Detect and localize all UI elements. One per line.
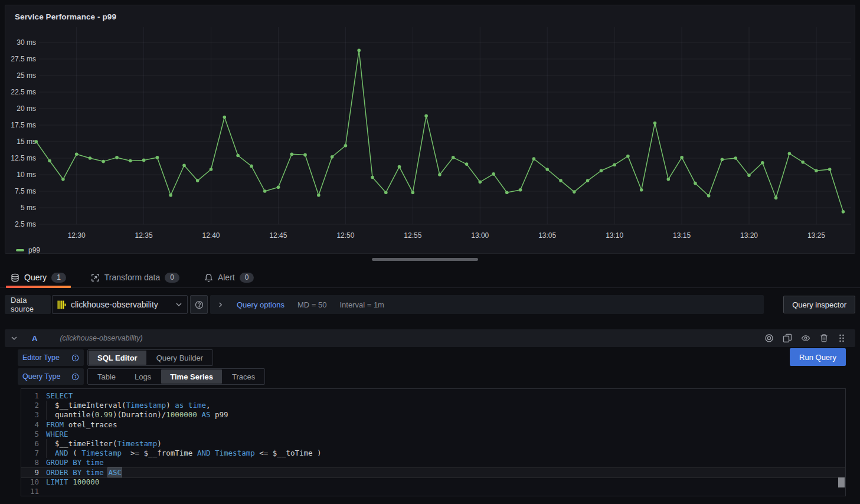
svg-text:13:05: 13:05: [538, 231, 556, 240]
code-line: 10LIMIT 100000: [21, 477, 845, 487]
code-line: 11: [21, 487, 845, 496]
query-options-md: MD = 50: [297, 300, 327, 309]
question-circle-icon: [195, 300, 204, 309]
overview-ruler-cursor: [838, 477, 845, 487]
tab-transform-data[interactable]: Transform data 0: [86, 267, 184, 287]
svg-text:10 ms: 10 ms: [17, 171, 36, 179]
donut-circle-icon[interactable]: [764, 333, 774, 343]
code-lines: 1SELECT2 $__timeInterval(Timestamp) as t…: [21, 391, 845, 496]
query-options-interval: Interval = 1m: [339, 300, 384, 309]
transform-icon: [91, 273, 100, 282]
line-content: ORDER BY time ASC: [46, 468, 122, 477]
query-type-logs[interactable]: Logs: [126, 369, 160, 384]
legend-label: p99: [28, 246, 40, 254]
tab-transform-label: Transform data: [104, 273, 160, 282]
timeseries-panel: 2.5 ms5 ms7.5 ms10 ms12.5 ms15 ms17.5 ms…: [5, 5, 855, 254]
svg-text:7.5 ms: 7.5 ms: [15, 187, 36, 195]
code-line: 9ORDER BY time ASC: [21, 468, 845, 477]
code-line: 1SELECT: [21, 391, 845, 401]
legend-item-p99[interactable]: p99: [16, 246, 40, 254]
info-circle-icon[interactable]: [71, 373, 79, 381]
datasource-picker-value: clickhouse-observability: [71, 300, 171, 309]
query-type-traces[interactable]: Traces: [223, 369, 264, 384]
datasource-label: Data source: [5, 295, 51, 314]
legend-color-swatch: [16, 249, 24, 251]
sql-code-editor[interactable]: 1SELECT2 $__timeInterval(Timestamp) as t…: [21, 388, 846, 496]
line-number: 1: [21, 391, 39, 401]
line-content: FROM otel_traces: [46, 420, 117, 430]
svg-text:30 ms: 30 ms: [17, 38, 36, 47]
svg-text:13:20: 13:20: [740, 231, 758, 240]
editor-type-query-builder[interactable]: Query Builder: [148, 351, 212, 365]
code-line: 6 $__timeFilter(Timestamp): [21, 439, 845, 449]
query-type-time-series[interactable]: Time Series: [161, 369, 222, 384]
svg-text:27.5 ms: 27.5 ms: [11, 55, 36, 63]
chevron-right-icon[interactable]: [217, 302, 224, 308]
query-type-label: Query Type: [18, 368, 84, 385]
svg-text:22.5 ms: 22.5 ms: [11, 88, 36, 96]
tab-alert[interactable]: Alert 0: [200, 267, 259, 287]
svg-text:25 ms: 25 ms: [17, 71, 36, 80]
editor-tabbar: Query 1 Transform data 0 Alert 0: [0, 267, 860, 288]
run-query-button[interactable]: Run Query: [790, 348, 846, 366]
query-inspector-button[interactable]: Query inspector: [783, 296, 855, 313]
query-ref-id: A: [32, 334, 37, 343]
svg-text:13:10: 13:10: [606, 231, 623, 240]
query-datasource-hint: (clickhouse-observability): [60, 334, 142, 342]
line-number: 2: [21, 401, 39, 410]
line-number: 5: [21, 430, 39, 439]
line-number: 3: [21, 410, 39, 420]
query-type-label-text: Query Type: [22, 372, 60, 381]
code-line: 7 AND ( Timestamp >= $__fromTime AND Tim…: [21, 449, 845, 458]
tab-alert-count: 0: [240, 273, 254, 283]
query-row-header[interactable]: A (clickhouse-observability): [5, 329, 855, 347]
bell-icon: [204, 273, 213, 282]
database-icon: [11, 273, 19, 282]
line-content: quantile(0.99)(Duration)/1000000 AS p99: [46, 410, 228, 420]
datasource-help-button[interactable]: [190, 295, 208, 314]
query-type-table[interactable]: Table: [89, 369, 125, 384]
tab-query-label: Query: [24, 273, 47, 282]
panel-title: Service Performance - p99: [15, 12, 116, 21]
line-number: 7: [21, 449, 39, 458]
line-number: 4: [21, 420, 39, 430]
tab-alert-label: Alert: [218, 273, 235, 282]
line-number: 6: [21, 439, 39, 449]
collapse-chevron-icon[interactable]: [11, 335, 18, 342]
line-number: 11: [21, 487, 39, 496]
svg-text:13:25: 13:25: [807, 231, 825, 240]
clickhouse-logo-icon: [57, 300, 66, 309]
copy-icon[interactable]: [783, 333, 792, 343]
code-line: 2 $__timeInterval(Timestamp) as time,: [21, 401, 845, 410]
query-options-link[interactable]: Query options: [237, 300, 285, 309]
eye-icon[interactable]: [801, 333, 810, 343]
line-number: 10: [21, 477, 39, 487]
drag-handle-icon[interactable]: [838, 333, 846, 343]
datasource-picker[interactable]: clickhouse-observability: [52, 295, 188, 314]
horizontal-scrollbar[interactable]: [372, 258, 478, 261]
timeseries-chart: 2.5 ms5 ms7.5 ms10 ms12.5 ms15 ms17.5 ms…: [5, 5, 855, 253]
editor-type-sql-editor[interactable]: SQL Editor: [89, 351, 146, 365]
svg-text:13:15: 13:15: [673, 231, 691, 240]
tab-query[interactable]: Query 1: [6, 267, 71, 287]
line-content: $__timeFilter(Timestamp): [46, 439, 162, 449]
line-content: LIMIT 100000: [46, 477, 99, 487]
tab-query-count: 1: [51, 273, 66, 283]
trash-icon[interactable]: [819, 333, 829, 343]
svg-text:12:35: 12:35: [135, 231, 153, 240]
svg-text:2.5 ms: 2.5 ms: [15, 220, 36, 228]
line-content: WHERE: [46, 430, 68, 439]
info-circle-icon[interactable]: [71, 354, 79, 362]
line-content: AND ( Timestamp >= $__fromTime AND Times…: [46, 449, 322, 458]
svg-text:12:50: 12:50: [336, 231, 354, 240]
svg-text:13:00: 13:00: [471, 231, 489, 240]
query-type-group: Table Logs Time Series Traces: [87, 368, 265, 385]
svg-text:12.5 ms: 12.5 ms: [11, 154, 36, 162]
query-options-bar: Query options MD = 50 Interval = 1m: [210, 295, 764, 314]
chart-svg: 2.5 ms5 ms7.5 ms10 ms12.5 ms15 ms17.5 ms…: [5, 5, 855, 253]
query-header-actions: [764, 333, 846, 343]
line-content: SELECT: [46, 391, 73, 401]
tab-transform-count: 0: [165, 273, 179, 283]
line-number: 8: [21, 458, 39, 467]
svg-text:12:40: 12:40: [202, 231, 220, 240]
